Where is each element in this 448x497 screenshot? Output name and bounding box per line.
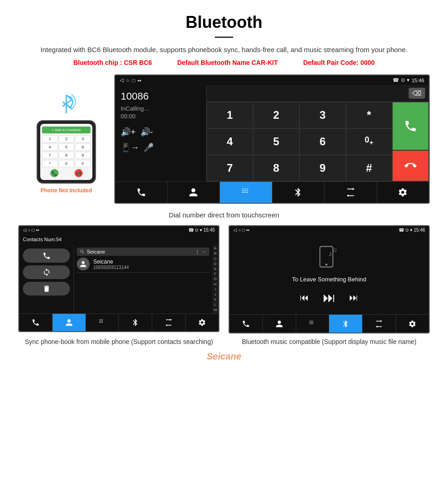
contacts-body: Seicane | ← Seicane 10655059113144 bbox=[19, 245, 219, 313]
phone-keypad: 123 456 789 *0# bbox=[42, 135, 91, 167]
music-status-bar: ◁ ○ □ ▪▪ ☎ ⊙ ▾ 15:46 bbox=[229, 226, 429, 234]
spec-chip: Bluetooth chip : CSR BC6 bbox=[73, 59, 152, 66]
bottom-captions: Sync phone-book from mobile phone (Suppo… bbox=[18, 337, 430, 347]
music-toolbar-bluetooth[interactable] bbox=[329, 315, 363, 333]
toolbar-transfer[interactable] bbox=[325, 182, 377, 203]
contacts-toolbar-bluetooth[interactable] bbox=[119, 314, 152, 332]
dialer-number: 10086 bbox=[121, 90, 201, 102]
svg-text:♫: ♫ bbox=[333, 247, 337, 254]
music-toolbar-transfer[interactable] bbox=[363, 315, 396, 333]
toolbar-bluetooth[interactable] bbox=[272, 182, 325, 203]
back-icon: ◁ bbox=[120, 77, 123, 83]
contact-item[interactable]: Seicane 10655059113144 bbox=[77, 256, 209, 273]
end-call-button[interactable] bbox=[392, 150, 429, 181]
contacts-list: Seicane | ← Seicane 10655059113144 bbox=[74, 245, 212, 313]
main-content: + Add to Contacts 123 456 789 *0# 📞 📵 Ph… bbox=[0, 74, 448, 362]
notif-icon: ▪▪ bbox=[138, 78, 141, 83]
contact-avatar bbox=[77, 258, 90, 270]
mute-button[interactable]: 🎤 bbox=[144, 143, 154, 153]
phone-call-button[interactable]: 📞 bbox=[50, 169, 59, 177]
search-back-icon: ← bbox=[202, 249, 207, 254]
digit-grid: 1 2 3 * 4 5 6 0+ 7 8 9 # bbox=[207, 102, 392, 181]
toolbar-keypad[interactable] bbox=[220, 182, 272, 203]
key-4[interactable]: 4 bbox=[207, 128, 253, 155]
call-button[interactable] bbox=[392, 102, 429, 150]
dialer-timer: 00:00 bbox=[121, 113, 201, 120]
call-contact-button[interactable] bbox=[23, 248, 70, 262]
sync-contact-button[interactable] bbox=[23, 265, 70, 279]
contacts-toolbar bbox=[19, 313, 219, 332]
contacts-screen-container: ◁ ○ □ ▪▪ ☎ ⊙ ▾ 15:45 Contacts Num:54 bbox=[18, 225, 219, 333]
contacts-header: Contacts Num:54 bbox=[19, 234, 219, 245]
contacts-toolbar-contacts[interactable] bbox=[53, 314, 86, 332]
keypad-area: 1 2 3 * 4 5 6 0+ 7 8 9 # bbox=[207, 102, 429, 181]
key-star[interactable]: * bbox=[346, 102, 393, 128]
contacts-toolbar-calls[interactable] bbox=[19, 314, 53, 332]
music-toolbar-settings[interactable] bbox=[396, 315, 429, 333]
key-1[interactable]: 1 bbox=[207, 102, 253, 128]
header-description: Integrated with BC6 Bluetooth module, su… bbox=[27, 44, 421, 55]
contacts-search-bar[interactable]: Seicane | ← bbox=[77, 248, 209, 256]
alpha-list: A B C D E F G H I J K L M bbox=[212, 245, 219, 313]
dialer-layout: 10086 InCalling... 00:00 🔊+ 🔊- 📱→ 🎤 bbox=[115, 85, 429, 181]
phone-not-included-label: Phone Not Included bbox=[41, 187, 92, 194]
key-2[interactable]: 2 bbox=[253, 102, 300, 128]
status-left: ◁ ○ □ ▪▪ bbox=[120, 77, 141, 83]
time-display: 15:46 bbox=[411, 78, 424, 83]
transfer-button[interactable]: 📱→ bbox=[121, 143, 139, 153]
phone-end-button[interactable]: 📵 bbox=[75, 169, 83, 177]
status-right: ☎ ⊙ ▾ 15:46 bbox=[393, 77, 424, 83]
vol-down-button[interactable]: 🔊- bbox=[140, 127, 153, 137]
svg-point-5 bbox=[325, 264, 328, 266]
contact-name: Seicane bbox=[93, 259, 209, 265]
next-track-button[interactable]: ⏭ bbox=[349, 292, 358, 303]
music-status-left: ◁ ○ □ ▪▪ bbox=[233, 227, 250, 233]
music-screen-container: ◁ ○ □ ▪▪ ☎ ⊙ ▾ 15:46 ♪ ♫ bbox=[229, 225, 430, 333]
key-8[interactable]: 8 bbox=[253, 155, 300, 181]
key-hash[interactable]: # bbox=[346, 155, 393, 181]
key-5[interactable]: 5 bbox=[253, 128, 300, 155]
bottom-caption-left-text: Sync phone-book from mobile phone (Suppo… bbox=[25, 338, 213, 345]
phone-status-icon: ☎ bbox=[393, 77, 399, 83]
bottom-screens: ◁ ○ □ ▪▪ ☎ ⊙ ▾ 15:45 Contacts Num:54 bbox=[18, 225, 430, 333]
status-bar: ◁ ○ □ ▪▪ ☎ ⊙ ▾ 15:46 bbox=[115, 75, 429, 85]
play-pause-button[interactable]: ⏭ bbox=[323, 290, 336, 305]
music-toolbar-contacts[interactable] bbox=[263, 315, 296, 333]
music-status-right: ☎ ⊙ ▾ 15:46 bbox=[399, 227, 425, 233]
contacts-toolbar-transfer[interactable] bbox=[152, 314, 186, 332]
contacts-status-left: ◁ ○ □ ▪▪ bbox=[23, 227, 39, 233]
toolbar-contacts[interactable] bbox=[168, 182, 220, 203]
key-9[interactable]: 9 bbox=[299, 155, 346, 181]
key-6[interactable]: 6 bbox=[299, 128, 346, 155]
dialer-status: InCalling... bbox=[121, 105, 201, 112]
key-7[interactable]: 7 bbox=[207, 155, 253, 181]
vol-up-button[interactable]: 🔊+ bbox=[121, 127, 136, 137]
spec-code: Default Pair Code: 0000 bbox=[303, 59, 374, 66]
bottom-caption-left: Sync phone-book from mobile phone (Suppo… bbox=[18, 337, 219, 347]
search-cursor: | bbox=[197, 249, 198, 254]
key-0plus[interactable]: 0+ bbox=[346, 128, 393, 155]
contacts-left-panel bbox=[19, 245, 74, 313]
main-caption: Dial number direct from touchscreen bbox=[169, 211, 279, 219]
wifi-icon: ▾ bbox=[407, 77, 410, 83]
call-buttons-column bbox=[392, 102, 429, 181]
toolbar-settings[interactable] bbox=[377, 182, 429, 203]
backspace-button[interactable]: ⌫ bbox=[409, 88, 425, 99]
dialer-left-panel: 10086 InCalling... 00:00 🔊+ 🔊- 📱→ 🎤 bbox=[115, 85, 207, 181]
recents-icon: □ bbox=[132, 78, 135, 83]
bluetooth-specs: Bluetooth chip : CSR BC6 Default Bluetoo… bbox=[27, 59, 421, 66]
music-toolbar-keypad[interactable] bbox=[296, 315, 330, 333]
music-screen: ◁ ○ □ ▪▪ ☎ ⊙ ▾ 15:46 ♪ ♫ bbox=[229, 225, 430, 333]
music-toolbar-calls[interactable] bbox=[229, 315, 263, 333]
prev-track-button[interactable]: ⏮ bbox=[300, 292, 309, 303]
contacts-toolbar-keypad[interactable] bbox=[86, 314, 119, 332]
key-3[interactable]: 3 bbox=[299, 102, 346, 128]
music-toolbar bbox=[229, 314, 429, 333]
music-icon-area: ♪ ♫ bbox=[315, 243, 343, 270]
bottom-caption-right: Bluetooth music compatible (Support disp… bbox=[229, 337, 430, 347]
contact-info: Seicane 10655059113144 bbox=[93, 259, 209, 270]
toolbar-calls[interactable] bbox=[115, 182, 168, 203]
delete-contact-button[interactable] bbox=[23, 282, 70, 296]
contacts-toolbar-settings[interactable] bbox=[186, 314, 219, 332]
music-body: ♪ ♫ To Leave Something Behind ⏮ ⏭ ⏭ bbox=[229, 234, 429, 314]
